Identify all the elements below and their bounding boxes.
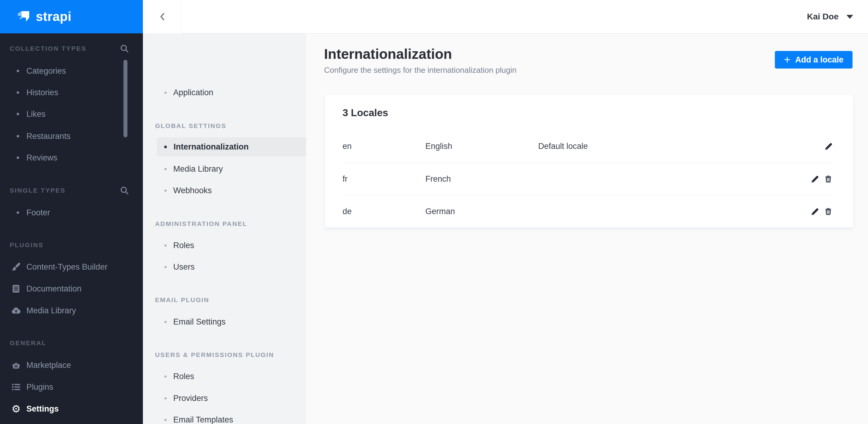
bullet-dot — [17, 70, 19, 72]
search-icon[interactable] — [119, 43, 129, 54]
subnav-item-application[interactable]: Application — [143, 87, 306, 99]
bullet-dot — [164, 145, 167, 148]
page-subtitle: Configure the settings for the internati… — [324, 65, 517, 75]
bullet-dot — [17, 211, 19, 214]
basket-icon — [11, 360, 21, 370]
edit-pencil-icon[interactable] — [810, 207, 819, 216]
search-icon[interactable] — [119, 185, 129, 196]
table-row-fr: fr French — [343, 163, 836, 195]
add-locale-button[interactable]: + Add a locale — [775, 51, 852, 69]
subnav-item-internationalization[interactable]: Internationalization — [143, 141, 306, 153]
locales-card-title: 3 Locales — [343, 107, 388, 119]
subnav-section-administration-panel: ADMINISTRATION PANEL — [155, 218, 247, 230]
main-content: Internationalization Configure the setti… — [306, 33, 868, 424]
subnav-item-media-library[interactable]: Media Library — [143, 163, 306, 175]
bullet-dot — [17, 157, 19, 159]
sidebar-item-likes[interactable]: Likes — [0, 108, 143, 120]
subnav-item-admin-roles[interactable]: Roles — [143, 239, 306, 252]
paintbrush-icon — [11, 262, 21, 272]
bullet-dot — [164, 92, 166, 94]
locales-table: en English Default locale fr French — [343, 130, 836, 227]
chevron-left-icon — [158, 12, 167, 21]
row-actions — [810, 207, 836, 216]
strapi-logo-text: strapi — [36, 9, 71, 24]
page-title: Internationalization — [324, 45, 452, 63]
locale-code: en — [343, 142, 425, 151]
subnav-section-users-permissions-plugin: USERS & PERMISSIONS PLUGIN — [155, 349, 274, 361]
locale-code: de — [343, 207, 425, 216]
edit-pencil-icon[interactable] — [824, 142, 833, 151]
locale-display-name: English — [425, 142, 538, 151]
sidebar-item-content-types-builder[interactable]: Content-Types Builder — [0, 261, 143, 273]
user-name: Kai Doe — [807, 12, 839, 22]
bullet-dot — [164, 244, 166, 247]
subnav-item-admin-users[interactable]: Users — [143, 261, 306, 273]
section-plugins: PLUGINS — [10, 239, 44, 251]
subnav-section-email-plugin: EMAIL PLUGIN — [155, 294, 209, 306]
topbar: Kai Doe — [143, 0, 868, 33]
bullet-dot — [164, 419, 166, 421]
subnav-item-providers[interactable]: Providers — [143, 392, 306, 404]
strapi-logo-icon — [17, 10, 31, 24]
section-single-types: SINGLE TYPES — [10, 185, 65, 197]
bullet-dot — [164, 266, 166, 268]
locale-code: fr — [343, 174, 425, 184]
bullet-dot — [164, 190, 166, 192]
book-icon — [11, 284, 21, 293]
caret-down-icon — [846, 15, 853, 19]
sidebar-item-plugins[interactable]: Plugins — [0, 381, 143, 393]
sidebar-item-footer[interactable]: Footer — [0, 206, 143, 219]
sidebar-item-reviews[interactable]: Reviews — [0, 152, 143, 164]
subnav-item-up-roles[interactable]: Roles — [143, 370, 306, 383]
bullet-dot — [17, 113, 19, 115]
subnav-item-email-templates[interactable]: Email Templates — [143, 414, 306, 424]
main-sidebar: strapi COLLECTION TYPES Categories Histo… — [0, 0, 143, 424]
row-actions — [810, 174, 836, 184]
subnav-item-email-settings[interactable]: Email Settings — [143, 316, 306, 328]
locales-card: 3 Locales en English Default locale fr — [325, 95, 853, 227]
gear-icon: ⚙ — [11, 404, 21, 414]
row-actions — [810, 142, 836, 151]
user-menu[interactable]: Kai Doe — [807, 0, 853, 33]
bullet-dot — [17, 135, 19, 137]
sidebar-item-documentation[interactable]: Documentation — [0, 283, 143, 295]
bullet-dot — [164, 376, 166, 378]
edit-pencil-icon[interactable] — [810, 174, 819, 184]
locale-display-name: French — [425, 174, 538, 184]
sidebar-item-restaurants[interactable]: Restaurants — [0, 130, 143, 142]
list-icon — [11, 382, 21, 392]
strapi-logo[interactable]: strapi — [0, 0, 143, 33]
sidebar-item-marketplace[interactable]: Marketplace — [0, 359, 143, 371]
sidebar-item-categories[interactable]: Categories — [0, 65, 143, 77]
delete-trash-icon[interactable] — [824, 174, 833, 184]
bullet-dot — [164, 397, 166, 399]
sidebar-item-histories[interactable]: Histories — [0, 87, 143, 99]
table-row-de: de German — [343, 195, 836, 227]
section-general: GENERAL — [10, 337, 46, 349]
settings-subnav: Application GLOBAL SETTINGS Internationa… — [143, 33, 306, 424]
table-row-en: en English Default locale — [343, 130, 836, 163]
sidebar-item-media-library[interactable]: Media Library — [0, 304, 143, 317]
bullet-dot — [164, 321, 166, 323]
bullet-dot — [17, 91, 19, 94]
subnav-section-global-settings: GLOBAL SETTINGS — [155, 120, 226, 132]
bullet-dot — [164, 168, 166, 170]
section-collection-types: COLLECTION TYPES — [10, 42, 87, 55]
plus-icon: + — [784, 54, 790, 65]
cloud-upload-icon — [11, 305, 21, 316]
sidebar-item-settings[interactable]: ⚙ Settings — [0, 403, 143, 415]
empty-action-slot — [810, 142, 819, 151]
subnav-item-webhooks[interactable]: Webhooks — [143, 185, 306, 197]
back-button[interactable] — [143, 0, 182, 33]
strapi-admin-app: strapi COLLECTION TYPES Categories Histo… — [0, 0, 868, 424]
locale-note: Default locale — [538, 142, 810, 151]
delete-trash-icon[interactable] — [824, 207, 833, 216]
locale-display-name: German — [425, 207, 538, 216]
